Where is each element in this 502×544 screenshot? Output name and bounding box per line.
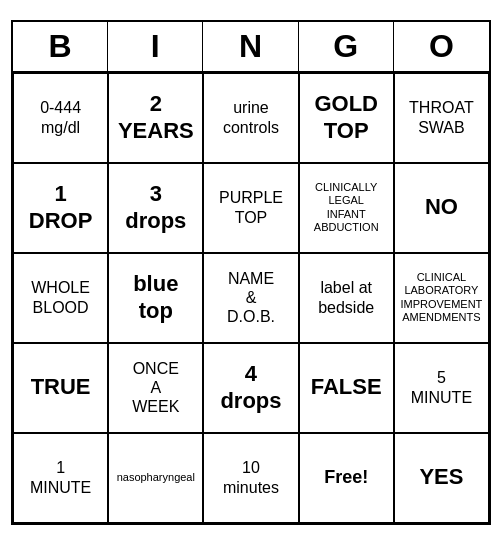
- bingo-cell-7[interactable]: PURPLETOP: [203, 163, 298, 253]
- bingo-grid: 0-444mg/dl2YEARSurinecontrolsGOLDTOPTHRO…: [13, 73, 489, 523]
- bingo-cell-10[interactable]: WHOLEBLOOD: [13, 253, 108, 343]
- bingo-cell-19[interactable]: 5MINUTE: [394, 343, 489, 433]
- header-letter: B: [13, 22, 108, 71]
- header-letter: O: [394, 22, 489, 71]
- bingo-cell-21[interactable]: nasopharyngeal: [108, 433, 203, 523]
- bingo-cell-13[interactable]: label atbedside: [299, 253, 394, 343]
- bingo-cell-15[interactable]: TRUE: [13, 343, 108, 433]
- header-letter: G: [299, 22, 394, 71]
- bingo-cell-6[interactable]: 3drops: [108, 163, 203, 253]
- bingo-cell-1[interactable]: 2YEARS: [108, 73, 203, 163]
- bingo-cell-17[interactable]: 4drops: [203, 343, 298, 433]
- bingo-cell-16[interactable]: ONCEAWEEK: [108, 343, 203, 433]
- bingo-cell-14[interactable]: CLINICALLABORATORYIMPROVEMENTAMENDMENTS: [394, 253, 489, 343]
- bingo-cell-12[interactable]: NAME&D.O.B.: [203, 253, 298, 343]
- bingo-cell-0[interactable]: 0-444mg/dl: [13, 73, 108, 163]
- bingo-cell-22[interactable]: 10minutes: [203, 433, 298, 523]
- bingo-cell-2[interactable]: urinecontrols: [203, 73, 298, 163]
- bingo-cell-18[interactable]: FALSE: [299, 343, 394, 433]
- bingo-cell-23[interactable]: Free!: [299, 433, 394, 523]
- bingo-cell-11[interactable]: bluetop: [108, 253, 203, 343]
- bingo-cell-9[interactable]: NO: [394, 163, 489, 253]
- header-letter: N: [203, 22, 298, 71]
- bingo-cell-3[interactable]: GOLDTOP: [299, 73, 394, 163]
- bingo-cell-5[interactable]: 1DROP: [13, 163, 108, 253]
- bingo-cell-20[interactable]: 1MINUTE: [13, 433, 108, 523]
- bingo-header: BINGO: [13, 22, 489, 73]
- header-letter: I: [108, 22, 203, 71]
- bingo-cell-8[interactable]: CLINICALLYLEGALINFANTABDUCTION: [299, 163, 394, 253]
- bingo-cell-24[interactable]: YES: [394, 433, 489, 523]
- bingo-cell-4[interactable]: THROATSWAB: [394, 73, 489, 163]
- bingo-card: BINGO 0-444mg/dl2YEARSurinecontrolsGOLDT…: [11, 20, 491, 525]
